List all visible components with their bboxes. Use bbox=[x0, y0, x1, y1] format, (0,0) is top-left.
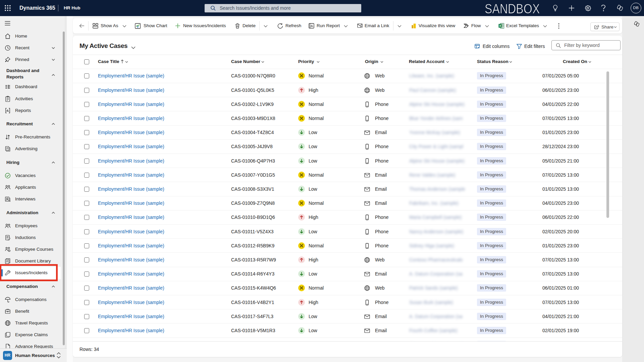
svg-text:X: X bbox=[499, 24, 501, 27]
